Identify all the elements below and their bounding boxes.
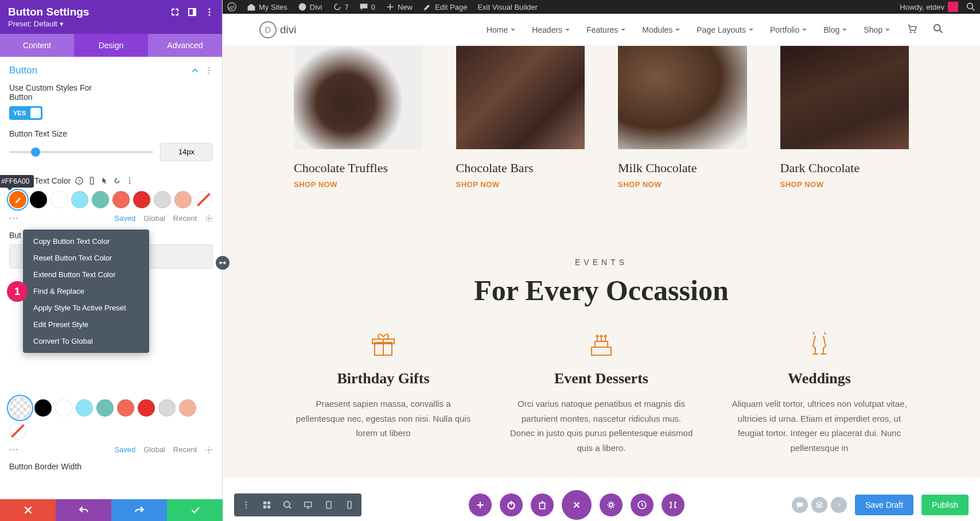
palette-saved[interactable]: Saved	[114, 445, 135, 454]
text-size-slider[interactable]	[9, 151, 153, 153]
ctx-extend[interactable]: Extend Button Text Color	[23, 266, 149, 283]
swatch-none[interactable]	[195, 191, 212, 208]
chevron-up-icon[interactable]	[191, 67, 199, 75]
ctx-reset[interactable]: Reset Button Text Color	[23, 250, 149, 266]
nav-features[interactable]: Features	[586, 25, 626, 34]
swatch[interactable]	[96, 399, 114, 417]
expand-icon[interactable]	[170, 7, 180, 17]
search-icon[interactable]	[933, 24, 943, 36]
nav-page-layouts[interactable]: Page Layouts	[697, 25, 754, 34]
section-header-button[interactable]: Button	[9, 65, 213, 76]
swatch[interactable]	[55, 399, 72, 417]
wp-logo[interactable]	[227, 2, 236, 11]
palette-global[interactable]: Global	[143, 214, 165, 223]
nav-shop[interactable]: Shop	[864, 25, 890, 34]
avatar[interactable]	[948, 2, 958, 12]
delete-button[interactable]	[531, 493, 554, 516]
swatch[interactable]	[133, 191, 150, 208]
ctx-edit-preset[interactable]: Edit Preset Style	[23, 316, 149, 333]
edit-page-link[interactable]: Edit Page	[423, 2, 467, 11]
my-sites-link[interactable]: My Sites	[247, 2, 287, 11]
ctx-apply-preset[interactable]: Apply Style To Active Preset	[23, 300, 149, 316]
swatch-transparent[interactable]	[9, 397, 31, 419]
more-icon[interactable]	[205, 7, 214, 17]
site-logo[interactable]: D divi	[259, 21, 297, 38]
swatch[interactable]	[158, 399, 176, 417]
swatch[interactable]	[92, 191, 109, 208]
zoom-icon[interactable]	[278, 496, 297, 514]
swatch[interactable]	[34, 399, 52, 417]
use-custom-toggle[interactable]: YES	[9, 106, 42, 120]
power-button[interactable]	[500, 493, 523, 516]
cancel-button[interactable]	[0, 499, 56, 521]
shop-now-button[interactable]: SHOP NOW	[294, 180, 423, 189]
text-size-value[interactable]: 14px	[160, 143, 213, 161]
swatch[interactable]	[50, 191, 68, 208]
ctx-copy[interactable]: Copy Button Text Color	[23, 233, 149, 250]
portability-button[interactable]	[662, 493, 685, 516]
sidebar-resize-handle[interactable]	[216, 256, 230, 270]
shop-now-button[interactable]: SHOP NOW	[618, 180, 747, 189]
layers-icon[interactable]	[811, 497, 827, 513]
undo-button[interactable]	[56, 499, 111, 521]
swatch[interactable]	[117, 399, 134, 417]
ctx-find-replace[interactable]: Find & Replace	[23, 283, 149, 300]
settings-button[interactable]	[600, 493, 623, 516]
comments-link[interactable]: 0	[359, 2, 375, 11]
swatch[interactable]	[112, 191, 130, 208]
exit-vb-link[interactable]: Exit Visual Builder	[477, 3, 538, 11]
gear-icon[interactable]	[205, 215, 213, 223]
help-icon[interactable]: ?	[75, 177, 83, 185]
palette-saved[interactable]: Saved	[114, 214, 135, 223]
tablet-icon[interactable]	[319, 496, 339, 514]
swatch[interactable]	[30, 191, 47, 208]
more-icon[interactable]	[126, 177, 134, 185]
divi-link[interactable]: Divi	[298, 2, 322, 11]
tab-design[interactable]: Design	[74, 34, 148, 57]
more-icon[interactable]	[236, 496, 256, 514]
tab-advanced[interactable]: Advanced	[148, 34, 222, 57]
history-button[interactable]	[631, 493, 654, 516]
ctx-convert-global[interactable]: Convert To Global	[23, 333, 149, 349]
save-button[interactable]	[167, 499, 223, 521]
shop-now-button[interactable]: SHOP NOW	[780, 180, 909, 189]
phone-icon[interactable]	[340, 496, 359, 514]
preset-label[interactable]: Preset: Default ▾	[8, 20, 214, 28]
nav-modules[interactable]: Modules	[642, 25, 680, 34]
wireframe-icon[interactable]	[257, 496, 277, 514]
howdy-text[interactable]: Howdy, etdev	[900, 3, 944, 11]
drag-dots-icon[interactable]	[9, 217, 18, 219]
shop-now-button[interactable]: SHOP NOW	[456, 180, 585, 189]
gear-icon[interactable]	[205, 446, 213, 454]
new-link[interactable]: New	[386, 2, 413, 11]
hover-icon[interactable]	[100, 177, 108, 185]
swatch[interactable]	[179, 399, 196, 417]
close-builder-button[interactable]	[562, 490, 592, 520]
snap-icon[interactable]	[188, 7, 197, 17]
swatch[interactable]	[174, 191, 192, 208]
swatch[interactable]	[154, 191, 171, 208]
swatch[interactable]	[71, 191, 88, 208]
more-icon[interactable]	[205, 67, 213, 75]
phone-icon[interactable]	[88, 177, 96, 185]
drag-dots-icon[interactable]	[9, 449, 18, 450]
nav-portfolio[interactable]: Portfolio	[770, 25, 807, 34]
reset-icon[interactable]	[113, 177, 121, 185]
add-button[interactable]	[469, 493, 492, 516]
updates-link[interactable]: 7	[333, 2, 349, 11]
nav-blog[interactable]: Blog	[823, 25, 847, 34]
palette-recent[interactable]: Recent	[173, 445, 197, 454]
publish-button[interactable]: Publish	[921, 495, 969, 515]
tab-content[interactable]: Content	[0, 34, 74, 57]
nav-headers[interactable]: Headers	[532, 25, 570, 34]
swatch-active[interactable]	[9, 191, 26, 208]
palette-recent[interactable]: Recent	[173, 214, 197, 223]
swatch[interactable]	[138, 399, 155, 417]
help-icon[interactable]: ?	[831, 497, 847, 513]
swatch-none[interactable]	[9, 422, 26, 440]
desktop-icon[interactable]	[298, 496, 318, 514]
palette-global[interactable]: Global	[143, 445, 165, 454]
redo-button[interactable]	[111, 499, 167, 521]
chat-icon[interactable]	[792, 497, 808, 513]
save-draft-button[interactable]: Save Draft	[855, 495, 913, 515]
